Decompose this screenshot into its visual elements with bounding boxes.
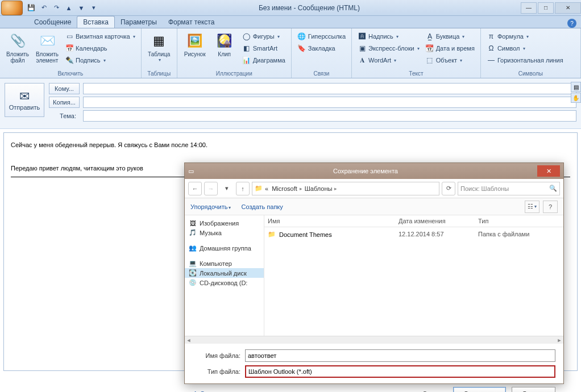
tab-format[interactable]: Формат текста [163, 16, 220, 28]
chart-button[interactable]: 📊Диаграмма [240, 55, 288, 66]
clipart-button[interactable]: 🎑 Клип [210, 31, 239, 70]
breadcrumb-microsoft[interactable]: Microsoft [271, 185, 298, 192]
tree-homegroup[interactable]: 👥Домашняя группа [185, 243, 264, 253]
to-button[interactable]: Кому... [49, 83, 80, 94]
nav-parent-button[interactable]: ↑ [236, 182, 250, 195]
equation-button[interactable]: πФормула [484, 31, 566, 42]
group-tables: ▦ Таблица Таблицы [142, 28, 177, 78]
folder-tree[interactable]: 🖼Изображения 🎵Музыка 👥Домашняя группа 💻К… [185, 215, 264, 336]
smartart-button[interactable]: ◧SmartArt [240, 43, 288, 54]
minimize-button[interactable]: — [521, 2, 537, 14]
symbol-button[interactable]: ΩСимвол [484, 43, 566, 54]
filetype-label: Тип файла: [193, 368, 245, 375]
datetime-button[interactable]: 📆Дата и время [423, 43, 477, 54]
compose-header: ✉ Отправить Кому... Копия... Тема: [0, 78, 581, 129]
save-button[interactable]: Сохранить [453, 387, 506, 392]
card-icon: ▭ [65, 32, 74, 41]
wordart-button[interactable]: 𝐀WordArt [355, 55, 422, 66]
picture-button[interactable]: 🖼️ Рисунок [181, 31, 209, 70]
qat-save-icon[interactable]: 💾 [26, 3, 36, 13]
file-row[interactable]: 📁Document Themes 12.12.2014 8:57 Папка с… [264, 227, 563, 241]
subject-label: Тема: [49, 112, 80, 119]
organize-button[interactable]: Упорядочить [190, 203, 231, 210]
cd-icon: 💿 [188, 279, 197, 286]
search-input[interactable]: Поиск: Шаблоны 🔍 [458, 182, 560, 195]
cc-button[interactable]: Копия... [49, 97, 80, 108]
search-icon: 🔍 [549, 185, 557, 192]
tree-cddrive[interactable]: 💿CD-дисковод (D: [185, 278, 264, 287]
maximize-button[interactable]: □ [538, 2, 554, 14]
cc-input[interactable] [83, 97, 576, 108]
bookmark-button[interactable]: 🔖Закладка [295, 43, 348, 54]
tree-music[interactable]: 🎵Музыка [185, 228, 264, 237]
attach-file-button[interactable]: 📎 Вложить файл [3, 31, 32, 70]
breadcrumb[interactable]: 📁 « Microsoft ▸ Шаблоны ▸ [252, 182, 439, 195]
col-date[interactable]: Дата изменения [399, 218, 478, 224]
tab-message[interactable]: Сообщение [28, 16, 77, 28]
help-icon[interactable]: ? [567, 19, 576, 28]
group-links: 🌐Гиперссылка 🔖Закладка Связи [292, 28, 352, 78]
datetime-icon: 📆 [425, 44, 434, 53]
filename-input[interactable] [245, 349, 555, 362]
palette-item-2[interactable]: ✋ [571, 93, 581, 103]
tree-images[interactable]: 🖼Изображения [185, 219, 264, 228]
calendar-button[interactable]: 📅Календарь [63, 43, 138, 54]
file-list-scrollbar[interactable]: ◄► [185, 336, 563, 344]
quickparts-button[interactable]: ▣Экспресс-блоки [355, 43, 422, 54]
col-type[interactable]: Тип [478, 218, 560, 224]
hr-button[interactable]: —Горизонтальная линия [484, 55, 566, 66]
filetype-select[interactable] [245, 365, 555, 378]
pen-icon: ✒️ [65, 56, 74, 65]
filename-label: Имя файла: [193, 352, 245, 359]
signature-button[interactable]: ✒️Подпись [63, 55, 138, 66]
qat-redo-icon[interactable]: ↷ [51, 3, 61, 13]
to-input[interactable] [83, 83, 576, 94]
dialog-close-button[interactable]: ✕ [537, 165, 560, 177]
group-illustrations: 🖼️ Рисунок 🎑 Клип ◯Фигуры ◧SmartArt 📊Диа… [177, 28, 292, 78]
tab-insert[interactable]: Вставка [77, 16, 115, 28]
qat-next-icon[interactable]: ▼ [76, 3, 86, 13]
side-palette: ▤ ✋ [571, 82, 581, 103]
globe-icon: 🌐 [297, 32, 306, 41]
refresh-button[interactable]: ⟳ [442, 182, 455, 195]
help-button[interactable]: ? [543, 201, 558, 213]
homegroup-icon: 👥 [188, 244, 197, 252]
nav-up-button[interactable]: ▾ [220, 182, 234, 195]
nav-back-button[interactable]: ← [188, 182, 202, 195]
hyperlink-button[interactable]: 🌐Гиперссылка [295, 31, 348, 42]
calendar-icon: 📅 [65, 44, 74, 53]
chevron-up-icon: ⌃ [193, 390, 198, 393]
ribbon-tabbar: Сообщение Вставка Параметры Формат текст… [0, 16, 581, 28]
col-name[interactable]: Имя [268, 218, 399, 224]
cancel-button[interactable]: Отмена [512, 387, 555, 392]
textbox-button[interactable]: 🅰Надпись [355, 31, 422, 42]
breadcrumb-templates[interactable]: Шаблоны [304, 185, 334, 192]
ribbon: 📎 Вложить файл ✉️ Вложить элемент ▭Визит… [0, 28, 581, 78]
qat-customize-icon[interactable]: ▾ [89, 3, 99, 13]
tab-options[interactable]: Параметры [115, 16, 163, 28]
office-button[interactable] [1, 1, 23, 15]
business-card-button[interactable]: ▭Визитная карточка [63, 31, 138, 42]
send-button[interactable]: ✉ Отправить [5, 83, 44, 117]
palette-item-1[interactable]: ▤ [571, 82, 581, 92]
hide-folders-link[interactable]: ⌃Скрыть папки [193, 390, 240, 393]
object-button[interactable]: ⬚Объект [423, 55, 477, 66]
textbox-icon: 🅰 [358, 32, 367, 41]
dropcap-button[interactable]: A̲Буквица [423, 31, 477, 42]
table-button[interactable]: ▦ Таблица [145, 31, 173, 70]
qat-undo-icon[interactable]: ↶ [39, 3, 49, 13]
tree-computer[interactable]: 💻Компьютер [185, 258, 264, 268]
close-button[interactable]: ✕ [555, 2, 581, 14]
computer-icon: 💻 [188, 260, 197, 267]
shapes-button[interactable]: ◯Фигуры [240, 31, 288, 42]
subject-input[interactable] [83, 110, 576, 122]
view-mode-button[interactable]: ☷ [525, 201, 540, 213]
nav-forward-button[interactable]: → [204, 182, 218, 195]
table-icon: ▦ [150, 32, 168, 50]
new-folder-button[interactable]: Создать папку [241, 203, 283, 210]
tree-localdisk[interactable]: 💽Локальный диск [185, 268, 264, 278]
file-list[interactable]: Имя Дата изменения Тип 📁Document Themes … [264, 215, 563, 336]
wordart-icon: 𝐀 [358, 56, 367, 65]
qat-prev-icon[interactable]: ▲ [64, 3, 74, 13]
attach-item-button[interactable]: ✉️ Вложить элемент [33, 31, 61, 70]
